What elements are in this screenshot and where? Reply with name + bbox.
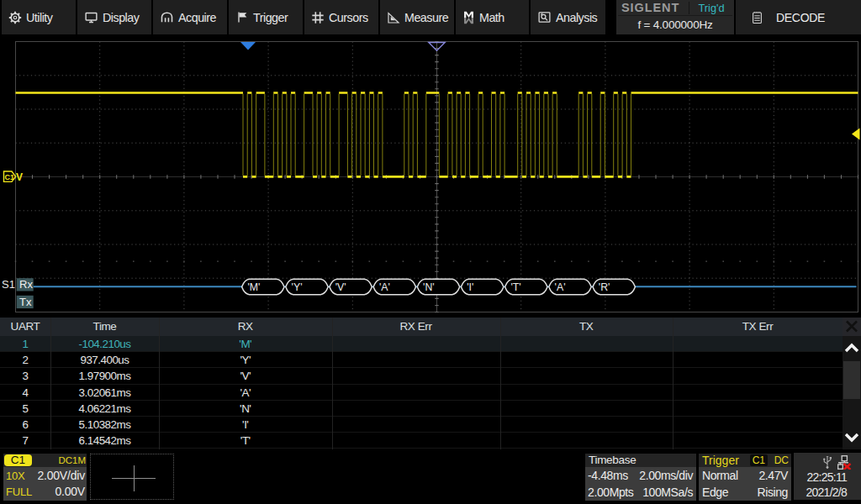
svg-text:'V': 'V' xyxy=(335,281,346,293)
svg-text:'N': 'N' xyxy=(423,281,435,293)
svg-text:Rx: Rx xyxy=(19,278,33,291)
svg-text:'I': 'I' xyxy=(467,281,473,293)
svg-text:'A': 'A' xyxy=(555,281,566,293)
svg-text:'Y': 'Y' xyxy=(292,281,303,293)
svg-text:'R': 'R' xyxy=(599,281,610,293)
svg-text:Tx: Tx xyxy=(19,296,32,308)
svg-text:'A': 'A' xyxy=(379,281,390,293)
svg-text:'T': 'T' xyxy=(510,281,520,293)
svg-text:C1: C1 xyxy=(5,173,15,181)
svg-text:S1: S1 xyxy=(2,278,15,291)
svg-text:'M': 'M' xyxy=(247,281,260,293)
svg-text:V: V xyxy=(16,171,23,183)
